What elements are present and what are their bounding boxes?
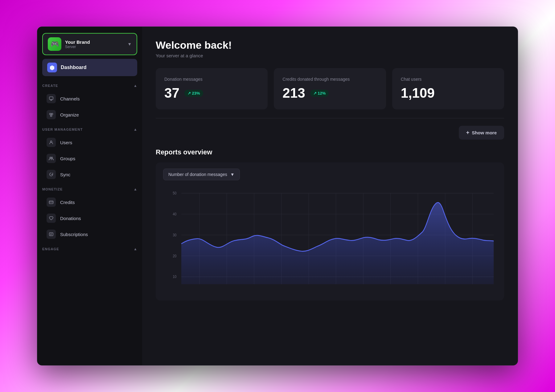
subscriptions-label: Subscriptions bbox=[60, 232, 88, 237]
sync-icon bbox=[47, 170, 56, 179]
svg-point-4 bbox=[51, 113, 53, 115]
section-engage-title: ENGAGE bbox=[42, 247, 59, 251]
sidebar-item-groups[interactable]: Groups bbox=[42, 151, 137, 166]
section-monetize-title: MONETIZE bbox=[42, 187, 63, 191]
section-create: CREATE ▲ bbox=[42, 84, 137, 88]
section-create-chevron: ▲ bbox=[134, 84, 137, 88]
chart-dropdown-chevron-icon: ▼ bbox=[230, 172, 235, 177]
show-more-row: + Show more bbox=[156, 126, 504, 140]
groups-label: Groups bbox=[60, 156, 75, 161]
organize-label: Organize bbox=[60, 112, 79, 117]
section-monetize-chevron: ▲ bbox=[134, 187, 137, 191]
reports-title: Reports overview bbox=[156, 148, 504, 156]
chart-svg: 50 40 30 20 10 bbox=[163, 186, 497, 294]
svg-point-8 bbox=[51, 157, 53, 158]
section-usermgmt-chevron: ▲ bbox=[134, 127, 137, 132]
server-selector[interactable]: 🎮 Your Brand Server ▼ bbox=[42, 33, 137, 55]
main-content: Welcome back! Your server at a glance Do… bbox=[142, 27, 518, 365]
section-user-management: USER MANAGEMENT ▲ bbox=[42, 127, 137, 132]
section-usermgmt-title: USER MANAGEMENT bbox=[42, 128, 83, 131]
chart-area: Number of donation messages ▼ bbox=[156, 162, 504, 300]
organize-icon bbox=[47, 110, 56, 119]
svg-rect-11 bbox=[49, 233, 53, 236]
stat-value-donations: 37 bbox=[164, 85, 179, 101]
sidebar-item-users[interactable]: Users bbox=[42, 135, 137, 150]
section-create-title: CREATE bbox=[42, 84, 58, 88]
svg-text:50: 50 bbox=[173, 191, 176, 195]
dashboard-label: Dashboard bbox=[61, 65, 87, 70]
sidebar-item-credits[interactable]: Credits bbox=[42, 194, 137, 210]
plus-icon: + bbox=[466, 129, 470, 136]
svg-point-5 bbox=[51, 115, 52, 117]
dashboard-icon bbox=[47, 63, 57, 72]
subscriptions-icon bbox=[47, 230, 56, 239]
server-logo-icon: 🎮 bbox=[51, 40, 59, 48]
credits-label: Credits bbox=[60, 200, 75, 205]
users-icon bbox=[47, 138, 56, 147]
svg-text:10: 10 bbox=[173, 275, 176, 279]
stat-card-donations: Donation messages 37 ↗ 23% bbox=[156, 68, 268, 109]
channels-icon bbox=[47, 94, 56, 103]
svg-point-7 bbox=[50, 157, 51, 158]
svg-text:40: 40 bbox=[173, 212, 176, 216]
welcome-subtitle: Your server at a glance bbox=[156, 53, 504, 58]
sidebar: 🎮 Your Brand Server ▼ Dashboard CREATE ▲ bbox=[37, 27, 142, 365]
sidebar-item-sync[interactable]: Sync bbox=[42, 167, 137, 182]
stat-value-row-1: 37 ↗ 23% bbox=[164, 85, 259, 101]
sidebar-item-donations[interactable]: Donations bbox=[42, 210, 137, 226]
svg-text:20: 20 bbox=[173, 254, 176, 258]
stat-label-chatusers: Chat users bbox=[401, 77, 495, 82]
sidebar-item-dashboard[interactable]: Dashboard bbox=[42, 59, 137, 76]
chart-wrapper: 50 40 30 20 10 bbox=[163, 186, 497, 294]
chart-dropdown-label: Number of donation messages bbox=[168, 172, 227, 177]
sidebar-item-subscriptions[interactable]: Subscriptions bbox=[42, 227, 137, 242]
stat-value-chatusers: 1,109 bbox=[401, 85, 435, 101]
stat-card-credits: Credits donated through messages 213 ↗ 1… bbox=[274, 68, 386, 109]
divider bbox=[156, 118, 504, 118]
stat-value-row-3: 1,109 bbox=[401, 85, 495, 101]
groups-icon bbox=[47, 154, 56, 163]
section-monetize: MONETIZE ▲ bbox=[42, 187, 137, 191]
svg-rect-0 bbox=[49, 97, 53, 100]
stat-card-chatusers: Chat users 1,109 bbox=[392, 68, 504, 109]
app-window: 🎮 Your Brand Server ▼ Dashboard CREATE ▲ bbox=[37, 27, 518, 365]
sidebar-item-organize[interactable]: Organize bbox=[42, 107, 137, 122]
donations-label: Donations bbox=[60, 216, 81, 221]
stat-badge-credits: ↗ 12% bbox=[310, 90, 329, 97]
users-label: Users bbox=[60, 140, 72, 145]
section-engage-chevron: ▲ bbox=[134, 247, 137, 251]
server-info: Your Brand Server bbox=[65, 39, 124, 49]
server-chevron-icon: ▼ bbox=[127, 42, 132, 47]
channels-label: Channels bbox=[60, 96, 80, 101]
stat-badge-donations: ↗ 23% bbox=[184, 90, 203, 97]
svg-rect-9 bbox=[49, 201, 53, 204]
server-sub: Server bbox=[65, 45, 124, 49]
sidebar-item-channels[interactable]: Channels bbox=[42, 91, 137, 106]
svg-text:30: 30 bbox=[173, 233, 176, 237]
stats-row: Donation messages 37 ↗ 23% Credits donat… bbox=[156, 68, 504, 109]
server-logo: 🎮 bbox=[48, 37, 61, 51]
welcome-title: Welcome back! bbox=[156, 39, 504, 51]
svg-point-3 bbox=[50, 113, 51, 115]
server-name: Your Brand bbox=[65, 39, 124, 45]
sync-label: Sync bbox=[60, 172, 70, 177]
section-engage: ENGAGE ▲ bbox=[42, 247, 137, 251]
chart-dropdown[interactable]: Number of donation messages ▼ bbox=[163, 169, 240, 180]
stat-label-donations: Donation messages bbox=[164, 77, 259, 82]
credits-icon bbox=[47, 198, 56, 207]
stat-label-credits: Credits donated through messages bbox=[282, 77, 377, 82]
stat-value-credits: 213 bbox=[282, 85, 305, 101]
donations-icon bbox=[47, 214, 56, 223]
stat-value-row-2: 213 ↗ 12% bbox=[282, 85, 377, 101]
show-more-button[interactable]: + Show more bbox=[459, 126, 504, 140]
show-more-label: Show more bbox=[472, 130, 497, 135]
